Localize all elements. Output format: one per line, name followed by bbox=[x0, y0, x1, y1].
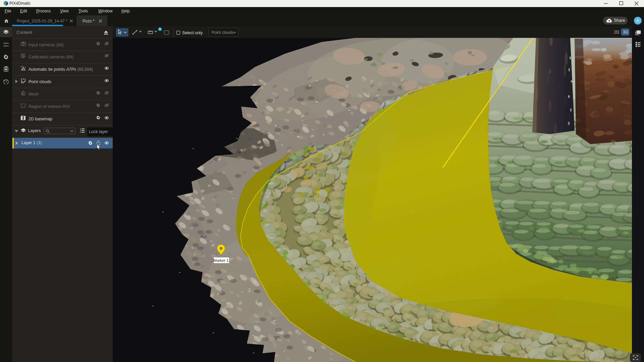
svg-text:Marker 1: Marker 1 bbox=[213, 258, 228, 262]
